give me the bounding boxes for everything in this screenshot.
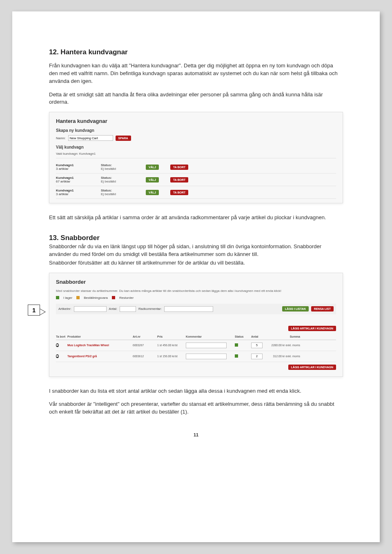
section-13-p4: Vår snabborder är "intelligent" och pres… — [49, 400, 343, 416]
add-articles-to-cart-button-top[interactable]: LÄGG ARTIKLAR I KUNDVAGN — [288, 326, 336, 331]
name-label: Namn: — [56, 136, 66, 140]
clear-list-button[interactable]: RENSA LIST — [311, 306, 334, 311]
callout-1: 1 — [28, 305, 40, 316]
cart-row: Kundvagn13 artiklarStatus:Ej beställdVÄL… — [56, 186, 336, 199]
th-comment: Kommentar — [186, 335, 235, 338]
cart-row: Kundvagn13 artiklarStatus:Ej beställdVÄL… — [56, 161, 336, 174]
row-status-icon — [235, 354, 238, 358]
qty-input[interactable] — [120, 306, 136, 312]
legend-instock-icon — [56, 296, 59, 299]
row-price: 1 st 156.00 kr/st — [157, 355, 186, 358]
section-13-p1: Snabborder når du via en länk längst upp… — [49, 243, 343, 258]
row-comment-input[interactable] — [186, 354, 227, 359]
th-price: Pris — [157, 335, 186, 338]
table-row: ✖Tangentbord PS/2 grå60036121 st 156.00 … — [56, 351, 336, 362]
section-12-heading: 12. Hantera kundvagnar — [49, 48, 343, 56]
document-page: 12. Hantera kundvagnar Från kundvagnen k… — [12, 11, 380, 542]
row-artno: 6003612 — [133, 355, 157, 358]
section-12-p2: Detta är ett smidigt sätt att handla åt … — [49, 91, 343, 107]
quickorder-table-head: Ta bort Produkter Art.nr Pris Kommentar … — [56, 334, 336, 340]
th-sum: Summa — [267, 335, 300, 338]
row-sum: 2280.00 kr exkl. moms — [267, 344, 300, 347]
choose-cart-heading: Välj kundvagn — [56, 145, 336, 149]
page-number: 11 — [49, 432, 343, 437]
th-product: Produkter — [67, 335, 133, 338]
delete-cart-button[interactable]: TA BORT — [170, 177, 188, 182]
add-articles-to-cart-button-bottom[interactable]: LÄGG ARTIKLAR I KUNDVAGN — [288, 365, 336, 370]
comment-label: Radkommentar: — [138, 307, 162, 311]
th-status: Status — [235, 335, 251, 338]
row-sum: 312.00 kr exkl. moms — [267, 355, 300, 358]
row-price: 1 st 456.00 kr/st — [157, 344, 186, 347]
quickorder-formrow: Artikelnr: Antal: Radkommentar: LÄGG I L… — [56, 304, 336, 314]
row-qty-input[interactable] — [251, 354, 263, 359]
row-product[interactable]: Tangentbord PS/2 grå — [67, 355, 133, 358]
quickorder-desc: Med snabborder stansar du artikelnummer.… — [56, 289, 336, 293]
qty-label: Antal: — [109, 307, 117, 311]
delete-cart-button[interactable]: TA BORT — [170, 190, 188, 195]
comment-input[interactable] — [164, 306, 213, 312]
cart-row-name: Kundvagn13 artiklar — [56, 163, 101, 171]
delete-row-icon[interactable]: ✖ — [56, 354, 59, 358]
row-comment-input[interactable] — [186, 343, 227, 348]
legend-backorder-label: Restorder — [119, 296, 134, 300]
row-qty-input[interactable] — [251, 343, 263, 348]
table-row: ✖Mus Logitech TrackMan Wheel60032671 st … — [56, 340, 336, 351]
delete-cart-button[interactable]: TA BORT — [170, 165, 188, 170]
cart-row-status: Status:Ej beställd — [101, 163, 146, 171]
manage-carts-screenshot: Hantera kundvagnar Skapa ny kundvagn Nam… — [49, 112, 343, 203]
create-cart-heading: Skapa ny kundvagn — [56, 128, 336, 133]
cart-row-name: Kundvagn167 artiklar — [56, 176, 101, 183]
section-12-p3: Ett sätt att särskilja på artiklar i sam… — [49, 214, 343, 222]
artno-label: Artikelnr: — [58, 307, 71, 311]
cart-row-status: Status:Ej beställd — [101, 189, 146, 196]
quickorder-screenshot: Snabborder Med snabborder stansar du art… — [49, 273, 343, 377]
select-cart-button[interactable]: VÄLJ — [146, 190, 159, 195]
delete-row-icon[interactable]: ✖ — [56, 343, 59, 347]
cart-row-status: Status:Ej beställd — [101, 176, 146, 183]
legend-orderitem-label: Beställningsvara — [84, 296, 108, 300]
row-status-icon — [235, 343, 238, 347]
add-to-list-button[interactable]: LÄGG I LISTAN — [282, 306, 309, 311]
cart-row: Kundvagn167 artiklarStatus:Ej beställdVÄ… — [56, 174, 336, 186]
manage-carts-title: Hantera kundvagnar — [56, 118, 336, 124]
th-delete: Ta bort — [56, 335, 67, 338]
th-artno: Art.nr — [133, 335, 157, 338]
section-13-p2: Snabborder förutsätter att du känner til… — [49, 259, 343, 267]
legend-instock-label: I lager — [63, 296, 72, 300]
row-product[interactable]: Mus Logitech TrackMan Wheel — [67, 344, 133, 347]
cart-name-input[interactable] — [68, 135, 113, 141]
callout-1-tail — [40, 309, 46, 315]
select-cart-button[interactable]: VÄLJ — [146, 165, 159, 170]
th-qty: Antal — [251, 335, 267, 338]
artno-input[interactable] — [74, 306, 107, 312]
section-13-heading: 13. Snabborder — [49, 234, 343, 242]
save-button[interactable]: SPARA — [116, 136, 131, 141]
quickorder-legend: I lager Beställningsvara Restorder — [56, 296, 336, 300]
section-13-p3: I snabborder kan du lista ett stort anta… — [49, 387, 343, 395]
legend-backorder-icon — [112, 296, 115, 299]
selected-cart-line: Vald kundvagn: Kundvagn1 — [56, 152, 336, 156]
quickorder-title: Snabborder — [56, 279, 336, 285]
cart-row-name: Kundvagn13 artiklar — [56, 189, 101, 196]
section-12-p1: Från kundvagnen kan du välja att "Hanter… — [49, 62, 343, 85]
legend-orderitem-icon — [76, 296, 80, 299]
row-artno: 6003267 — [133, 344, 157, 347]
select-cart-button[interactable]: VÄLJ — [146, 177, 159, 182]
